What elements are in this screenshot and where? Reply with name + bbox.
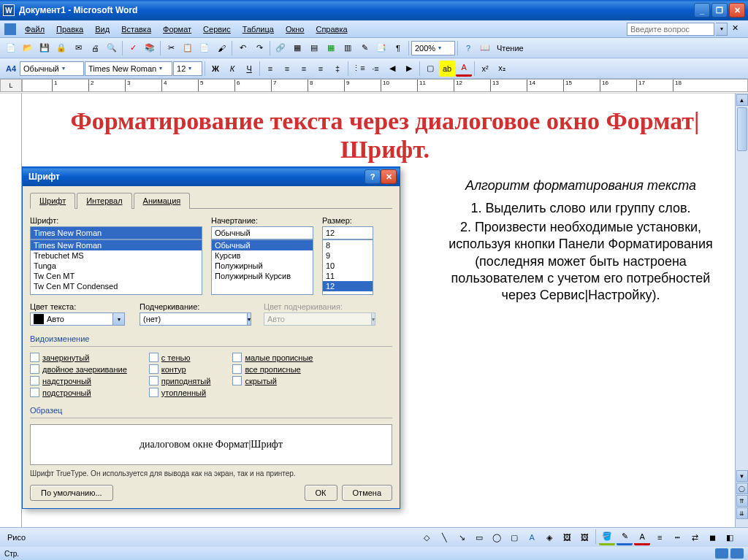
- print-preview-icon[interactable]: 🔍: [104, 40, 120, 56]
- columns-icon[interactable]: ▥: [340, 40, 356, 56]
- undo-icon[interactable]: ↶: [234, 40, 251, 56]
- size-item-0[interactable]: 8: [323, 240, 373, 250]
- font-input[interactable]: [30, 226, 202, 239]
- menu-table[interactable]: Таблица: [237, 23, 280, 35]
- dialog-help-button[interactable]: ?: [365, 169, 381, 184]
- size-item-1[interactable]: 9: [323, 250, 373, 261]
- size-item-3[interactable]: 11: [323, 271, 373, 281]
- menu-tools[interactable]: Сервис: [197, 23, 237, 35]
- numbered-list-icon[interactable]: ⋮≡: [351, 61, 367, 77]
- highlight-icon[interactable]: ab: [439, 61, 455, 77]
- format-painter-icon[interactable]: 🖌: [213, 40, 229, 56]
- vertical-scrollbar[interactable]: ▲ ▼ ◯ ⇈ ⇊: [735, 93, 748, 560]
- font-item-0[interactable]: Times New Roman: [31, 240, 202, 250]
- color-combo[interactable]: Авто: [30, 312, 113, 326]
- clipart-icon[interactable]: 🖼: [559, 529, 575, 545]
- textbox-icon[interactable]: ▢: [506, 529, 522, 545]
- style-listbox[interactable]: Обычный Курсив Полужирный Полужирный Кур…: [211, 239, 313, 295]
- menu-window[interactable]: Окно: [280, 23, 310, 35]
- arrow-icon[interactable]: ↘: [454, 529, 470, 545]
- font-item-2[interactable]: Tunga: [31, 261, 202, 271]
- 3d-style-icon[interactable]: ◧: [722, 529, 738, 545]
- prev-page-icon[interactable]: ⇈: [736, 495, 748, 507]
- check-subscript[interactable]: подстрочный: [30, 388, 127, 397]
- subscript-icon[interactable]: x₂: [494, 61, 510, 77]
- check-strikethrough[interactable]: зачеркнутый: [30, 353, 127, 362]
- browse-object-icon[interactable]: ◯: [736, 483, 748, 494]
- bold-icon[interactable]: Ж: [207, 61, 224, 77]
- zoom-combo[interactable]: 200%▾: [411, 41, 455, 55]
- decrease-indent-icon[interactable]: ◀: [384, 61, 400, 77]
- scroll-up-arrow[interactable]: ▲: [736, 94, 748, 106]
- style-item-1[interactable]: Курсив: [212, 250, 313, 261]
- cancel-button[interactable]: Отмена: [342, 485, 392, 501]
- diagram-icon[interactable]: ◈: [541, 529, 557, 545]
- align-center-icon[interactable]: ≡: [279, 61, 295, 77]
- paste-icon[interactable]: 📄: [196, 40, 213, 56]
- copy-icon[interactable]: 📋: [180, 40, 196, 56]
- font-item-3[interactable]: Tw Cen MT: [31, 271, 202, 281]
- underline-icon[interactable]: Ч: [241, 61, 257, 77]
- scroll-thumb[interactable]: [737, 107, 747, 151]
- menu-format[interactable]: Формат: [157, 23, 197, 35]
- oval-icon[interactable]: ◯: [489, 529, 505, 545]
- status-indicator[interactable]: [730, 548, 744, 559]
- increase-indent-icon[interactable]: ▶: [401, 61, 417, 77]
- check-double-strike[interactable]: двойное зачеркивание: [30, 364, 127, 374]
- line-spacing-icon[interactable]: ‡: [329, 61, 346, 77]
- horizontal-ruler[interactable]: 12 34 56 78 910 1112 1314 1516 1718: [22, 79, 748, 92]
- lang-indicator[interactable]: [715, 548, 728, 559]
- print-icon[interactable]: 🖨: [87, 40, 103, 56]
- check-shadow[interactable]: с тенью: [149, 353, 211, 362]
- docmap-icon[interactable]: 📑: [373, 40, 389, 56]
- show-marks-icon[interactable]: ¶: [390, 40, 406, 56]
- open-icon[interactable]: 📂: [20, 40, 36, 56]
- font-combo[interactable]: Times New Roman▾: [85, 61, 172, 76]
- style-item-2[interactable]: Полужирный: [212, 261, 313, 271]
- close-doc-icon[interactable]: ✕: [732, 23, 744, 35]
- drawing-icon[interactable]: ✎: [356, 40, 373, 56]
- bullet-list-icon[interactable]: ∙≡: [367, 61, 383, 77]
- font-color-icon[interactable]: A: [456, 61, 472, 77]
- dash-style-icon[interactable]: ┅: [669, 529, 685, 545]
- underline-dropdown[interactable]: ▾: [248, 312, 251, 326]
- style-input[interactable]: [211, 226, 313, 239]
- permission-icon[interactable]: 🔒: [53, 40, 69, 56]
- minimize-button[interactable]: _: [694, 3, 710, 18]
- color-dropdown[interactable]: ▾: [113, 312, 125, 326]
- check-emboss[interactable]: приподнятый: [149, 376, 211, 386]
- tables-borders-icon[interactable]: ▦: [289, 40, 305, 56]
- style-item-0[interactable]: Обычный: [212, 240, 313, 250]
- check-small-caps[interactable]: малые прописные: [232, 353, 313, 362]
- size-listbox[interactable]: 8 9 10 11 12: [322, 239, 373, 295]
- line-icon[interactable]: ╲: [436, 529, 452, 545]
- menu-help[interactable]: Справка: [310, 23, 353, 35]
- style-combo[interactable]: Обычный▾: [20, 61, 84, 76]
- menu-edit[interactable]: Правка: [50, 23, 89, 35]
- borders-icon[interactable]: ▢: [422, 61, 438, 77]
- dialog-close-button[interactable]: ✕: [381, 169, 397, 184]
- ok-button[interactable]: ОК: [305, 485, 337, 501]
- help-dropdown[interactable]: ▾: [716, 23, 728, 36]
- rectangle-icon[interactable]: ▭: [471, 529, 487, 545]
- menu-file[interactable]: Файл: [19, 23, 50, 35]
- dialog-titlebar[interactable]: Шрифт ? ✕: [23, 167, 400, 186]
- underline-combo[interactable]: [140, 312, 248, 326]
- save-icon[interactable]: 💾: [37, 40, 53, 56]
- research-icon[interactable]: 📚: [142, 40, 158, 56]
- font-item-1[interactable]: Trebuchet MS: [31, 250, 202, 261]
- maximize-button[interactable]: ❐: [711, 3, 728, 18]
- close-button[interactable]: ✕: [729, 3, 745, 18]
- check-engrave[interactable]: утопленный: [149, 388, 211, 397]
- draw-menu-label[interactable]: Рисо: [3, 533, 30, 542]
- redo-icon[interactable]: ↷: [251, 40, 267, 56]
- check-outline[interactable]: контур: [149, 364, 211, 374]
- wordart-icon[interactable]: A: [524, 529, 540, 545]
- superscript-icon[interactable]: x²: [477, 61, 493, 77]
- help-search-input[interactable]: [627, 23, 714, 36]
- align-right-icon[interactable]: ≡: [296, 61, 312, 77]
- font-listbox[interactable]: Times New Roman Trebuchet MS Tunga Tw Ce…: [30, 239, 202, 295]
- italic-icon[interactable]: К: [224, 61, 240, 77]
- insert-table-icon[interactable]: ▤: [306, 40, 322, 56]
- excel-icon[interactable]: ▦: [323, 40, 339, 56]
